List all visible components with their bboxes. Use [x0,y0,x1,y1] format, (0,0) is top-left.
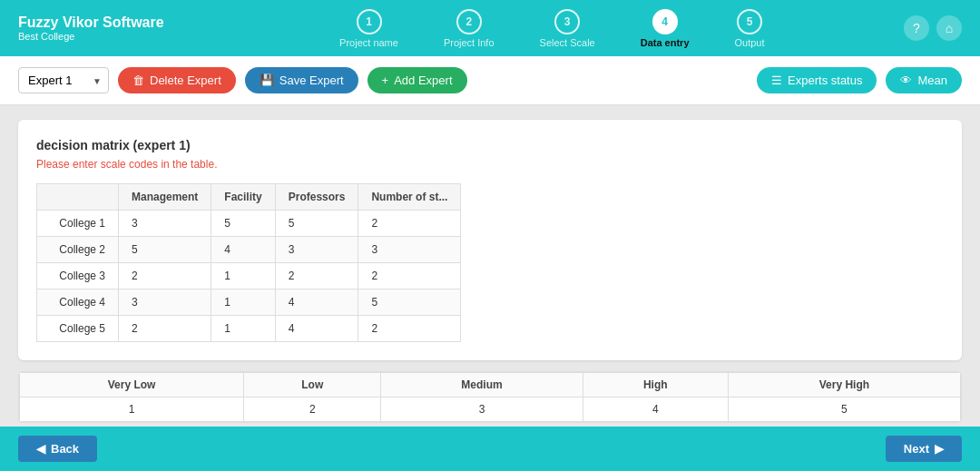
row-label-4: College 5 [37,316,119,342]
footer-nav: ◀ Back Next ▶ [0,427,980,471]
scale-header-4: Very High [728,373,960,397]
table-header: ManagementFacilityProfessorsNumber of st… [37,184,461,211]
table-row: College 25433 [37,237,461,263]
table-col-header-4: Number of st... [358,184,461,211]
cell-2-3[interactable]: 2 [358,263,461,289]
cell-0-2[interactable]: 5 [275,211,358,237]
add-expert-button[interactable]: + Add Expert [368,67,467,93]
cell-2-2[interactable]: 2 [275,263,358,289]
brand: Fuzzy Vikor Software Best College [18,15,164,42]
step-circle-3: 3 [554,9,580,34]
delete-expert-button[interactable]: 🗑 Delete Expert [118,67,236,93]
app-subtitle: Best College [18,31,164,42]
scale-value-0: 1 [20,397,244,422]
nav-steps: 1 Project name 2 Project Info 3 Select S… [201,9,904,48]
step-label-3: Select Scale [540,37,595,48]
cell-3-3[interactable]: 5 [358,289,461,316]
decision-matrix-table: ManagementFacilityProfessorsNumber of st… [36,183,461,342]
help-button[interactable]: ? [904,15,929,41]
cell-0-1[interactable]: 5 [211,211,275,237]
scale-value-1: 2 [244,397,381,422]
scale-header-3: High [583,373,728,397]
step-circle-2: 2 [456,9,482,34]
plus-icon: + [382,74,389,87]
trash-icon: 🗑 [132,74,144,87]
scale-value-row: 12345 [20,397,961,422]
cell-4-3[interactable]: 2 [358,316,461,342]
delete-expert-label: Delete Expert [150,74,221,87]
header-icons: ? ⌂ [904,15,962,41]
row-label-0: College 1 [37,211,119,237]
row-label-3: College 4 [37,289,119,316]
table-row: College 43145 [37,289,461,316]
scale-value-2: 3 [381,397,583,422]
experts-status-button[interactable]: ☰ Experts status [757,67,877,93]
home-button[interactable]: ⌂ [936,15,962,41]
row-label-1: College 2 [37,237,119,263]
table-row: College 52142 [37,316,461,342]
expert-select-wrapper: Expert 1Expert 2 ▼ [18,67,109,93]
step-circle-4: 4 [652,9,678,34]
mean-label: Mean [917,74,947,87]
back-label: Back [51,442,79,456]
table-body: College 13552College 25433College 32122C… [37,211,461,342]
main-content: decision matrix (expert 1) Please enter … [0,105,980,441]
step-label-2: Project Info [444,37,495,48]
save-expert-button[interactable]: 💾 Save Expert [245,67,358,93]
cell-4-2[interactable]: 4 [275,316,358,342]
mean-button[interactable]: 👁 Mean [886,67,962,93]
nav-step-2[interactable]: 2 Project Info [444,9,495,48]
nav-step-4[interactable]: 4 Data entry [641,9,690,48]
next-label: Next [904,442,929,456]
cell-4-0[interactable]: 2 [119,316,211,342]
scale-table: Very LowLowMediumHighVery High 12345 [19,372,961,422]
app-title: Fuzzy Vikor Software [18,15,164,31]
add-expert-label: Add Expert [394,74,452,87]
header: Fuzzy Vikor Software Best College 1 Proj… [0,0,980,56]
save-expert-label: Save Expert [279,74,344,87]
list-icon: ☰ [771,74,782,87]
scale-header-1: Low [244,373,381,397]
save-icon: 💾 [260,74,274,87]
scale-legend: Very LowLowMediumHighVery High 12345 [18,371,962,423]
cell-0-3[interactable]: 2 [358,211,461,237]
scale-value-4: 5 [728,397,960,422]
cell-3-0[interactable]: 3 [119,289,211,316]
card-title: decision matrix (expert 1) [36,138,944,152]
table-row: College 32122 [37,263,461,289]
scale-value-3: 4 [583,397,728,422]
expert-select[interactable]: Expert 1Expert 2 [18,67,109,93]
cell-2-0[interactable]: 2 [119,263,211,289]
cell-1-0[interactable]: 5 [119,237,211,263]
mean-icon: 👁 [900,74,912,87]
cell-1-1[interactable]: 4 [211,237,275,263]
row-label-2: College 3 [37,263,119,289]
back-arrow-icon: ◀ [36,442,45,456]
cell-1-3[interactable]: 3 [358,237,461,263]
table-row: College 13552 [37,211,461,237]
nav-step-1[interactable]: 1 Project name [339,9,398,48]
step-label-4: Data entry [641,37,690,48]
experts-status-label: Experts status [788,74,862,87]
table-col-header-2: Facility [211,184,275,211]
table-col-header-0 [37,184,119,211]
next-arrow-icon: ▶ [935,442,944,456]
toolbar: Expert 1Expert 2 ▼ 🗑 Delete Expert 💾 Sav… [0,56,980,105]
step-circle-1: 1 [357,9,382,34]
cell-3-1[interactable]: 1 [211,289,275,316]
nav-step-3[interactable]: 3 Select Scale [540,9,595,48]
table-col-header-3: Professors [275,184,358,211]
cell-2-1[interactable]: 1 [211,263,275,289]
cell-4-1[interactable]: 1 [211,316,275,342]
scale-header-0: Very Low [20,373,244,397]
cell-0-0[interactable]: 3 [119,211,211,237]
scale-header-2: Medium [381,373,583,397]
step-label-1: Project name [339,37,398,48]
cell-1-2[interactable]: 3 [275,237,358,263]
back-button[interactable]: ◀ Back [18,436,97,462]
nav-step-5[interactable]: 5 Output [735,9,765,48]
next-button[interactable]: Next ▶ [886,436,962,462]
table-col-header-1: Management [119,184,211,211]
cell-3-2[interactable]: 4 [275,289,358,316]
step-circle-5: 5 [737,9,762,34]
